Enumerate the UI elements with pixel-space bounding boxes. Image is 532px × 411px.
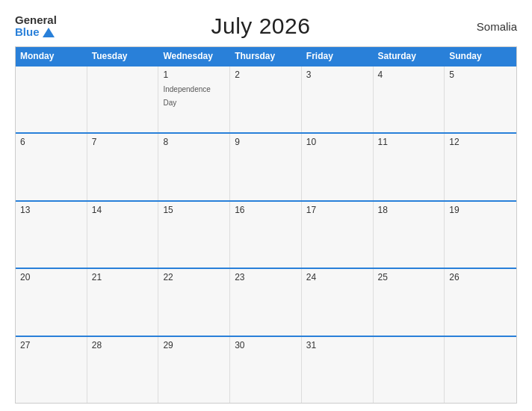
- calendar-week-row: 1Independence Day2345: [16, 65, 516, 132]
- day-number: 8: [163, 137, 225, 147]
- day-number: 7: [92, 137, 154, 147]
- calendar-day-cell: 20: [16, 269, 87, 335]
- calendar-header-cell: Wednesday: [158, 47, 230, 65]
- day-number: 6: [20, 137, 82, 147]
- calendar-day-cell: 26: [445, 269, 516, 335]
- day-number: 3: [306, 69, 368, 80]
- calendar-header-cell: Saturday: [374, 47, 445, 65]
- day-number: 16: [235, 205, 297, 215]
- logo-general-text: General: [15, 14, 57, 27]
- day-number: 11: [378, 137, 440, 147]
- calendar-day-cell: 18: [374, 202, 445, 268]
- calendar-day-cell: 17: [302, 202, 374, 268]
- calendar-week-row: 13141516171819: [16, 200, 516, 268]
- calendar-day-cell: 30: [230, 337, 302, 403]
- day-number: 29: [163, 340, 225, 350]
- day-number: 21: [92, 272, 154, 282]
- calendar-day-cell: [374, 337, 445, 403]
- calendar-day-cell: 22: [158, 269, 230, 335]
- calendar-day-cell: 10: [302, 134, 374, 200]
- day-number: 22: [163, 272, 225, 282]
- calendar-day-cell: 25: [374, 269, 445, 335]
- logo-triangle-icon: [43, 28, 55, 37]
- logo: General Blue: [15, 14, 57, 39]
- day-number: 5: [449, 69, 512, 80]
- calendar-header-row: MondayTuesdayWednesdayThursdayFridaySatu…: [16, 47, 516, 65]
- day-number: 19: [449, 205, 512, 215]
- calendar-day-cell: 9: [230, 134, 302, 200]
- header: General Blue July 2026 Somalia: [15, 13, 517, 39]
- calendar-day-cell: [16, 67, 87, 132]
- calendar: MondayTuesdayWednesdayThursdayFridaySatu…: [15, 46, 517, 404]
- calendar-day-cell: 7: [87, 134, 159, 200]
- day-number: 27: [20, 340, 82, 350]
- day-number: 13: [20, 205, 82, 215]
- day-number: 25: [378, 272, 440, 282]
- calendar-day-cell: 15: [158, 202, 230, 268]
- day-number: 2: [235, 69, 297, 80]
- day-number: 15: [163, 205, 225, 215]
- calendar-day-cell: 16: [230, 202, 302, 268]
- calendar-week-row: 20212223242526: [16, 268, 516, 335]
- calendar-body: 1Independence Day23456789101112131415161…: [16, 65, 516, 403]
- day-number: 20: [20, 272, 82, 282]
- logo-blue-text: Blue: [15, 26, 57, 39]
- day-number: 26: [449, 272, 512, 282]
- day-number: 14: [92, 205, 154, 215]
- calendar-day-cell: 31: [302, 337, 374, 403]
- calendar-week-row: 6789101112: [16, 132, 516, 200]
- day-number: 10: [306, 137, 368, 147]
- calendar-day-cell: 13: [16, 202, 87, 268]
- calendar-week-row: 2728293031: [16, 336, 516, 403]
- calendar-header-cell: Tuesday: [87, 47, 159, 65]
- page: General Blue July 2026 Somalia MondayTue…: [0, 0, 532, 411]
- calendar-day-cell: 28: [87, 337, 159, 403]
- day-number: 28: [92, 340, 154, 350]
- calendar-day-cell: 21: [87, 269, 159, 335]
- day-number: 18: [378, 205, 440, 215]
- calendar-day-cell: 19: [445, 202, 516, 268]
- day-number: 1: [163, 69, 225, 80]
- calendar-title: July 2026: [57, 13, 465, 39]
- calendar-day-cell: 24: [302, 269, 374, 335]
- calendar-day-cell: 8: [158, 134, 230, 200]
- day-number: 12: [449, 137, 512, 147]
- country-label: Somalia: [465, 20, 517, 33]
- calendar-day-cell: 3: [302, 67, 374, 132]
- day-number: 30: [235, 340, 297, 350]
- holiday-label: Independence Day: [163, 85, 210, 107]
- day-number: 24: [306, 272, 368, 282]
- day-number: 31: [306, 340, 368, 350]
- calendar-day-cell: 4: [374, 67, 445, 132]
- day-number: 4: [378, 69, 440, 80]
- day-number: 9: [235, 137, 297, 147]
- day-number: 17: [306, 205, 368, 215]
- calendar-header-cell: Monday: [16, 47, 87, 65]
- calendar-day-cell: [87, 67, 159, 132]
- calendar-day-cell: 1Independence Day: [158, 67, 230, 132]
- calendar-day-cell: 27: [16, 337, 87, 403]
- calendar-day-cell: 11: [374, 134, 445, 200]
- calendar-day-cell: 29: [158, 337, 230, 403]
- calendar-header-cell: Friday: [302, 47, 374, 65]
- calendar-header-cell: Sunday: [445, 47, 516, 65]
- calendar-day-cell: 14: [87, 202, 159, 268]
- calendar-day-cell: 5: [445, 67, 516, 132]
- calendar-day-cell: 2: [230, 67, 302, 132]
- calendar-day-cell: 23: [230, 269, 302, 335]
- day-number: 23: [235, 272, 297, 282]
- calendar-header-cell: Thursday: [230, 47, 302, 65]
- calendar-day-cell: [445, 337, 516, 403]
- calendar-day-cell: 6: [16, 134, 87, 200]
- calendar-day-cell: 12: [445, 134, 516, 200]
